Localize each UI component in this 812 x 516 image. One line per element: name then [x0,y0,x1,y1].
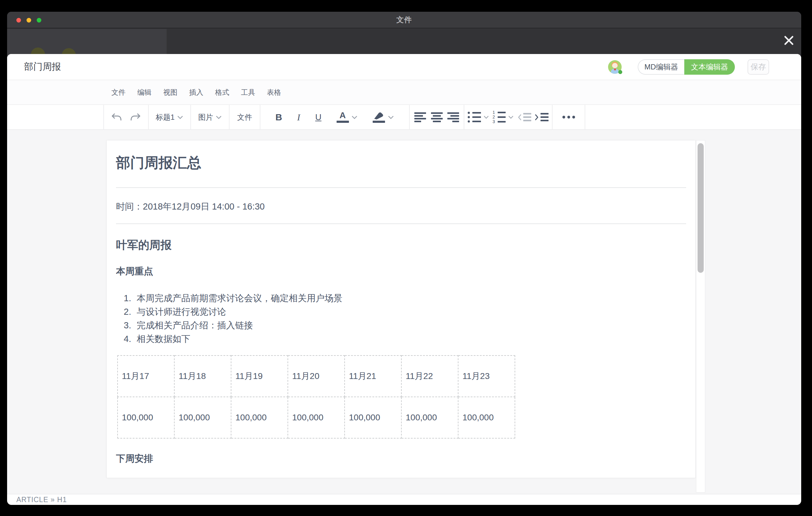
underline-button[interactable]: U [315,105,321,129]
insert-image-dropdown[interactable]: 图片 [198,105,222,129]
font-color-dropdown[interactable]: A [337,105,357,129]
align-right-button[interactable] [447,105,459,129]
table-cell[interactable]: 11月18 [174,355,231,397]
ellipsis-icon [562,116,575,118]
list-item[interactable]: 2. 与设计师进行视觉讨论 [124,305,686,318]
zoom-window-button[interactable] [37,18,41,23]
online-status-dot [618,70,622,74]
text-editor-button[interactable]: 文本编辑器 [684,59,735,75]
save-button[interactable]: 保存 [748,59,769,75]
table-cell[interactable]: 100,000 [231,397,288,438]
table-cell[interactable]: 100,000 [458,397,515,438]
document-title: 部门周报 [24,60,608,73]
document-header: 部门周报 MD编辑器 文本编辑器 保存 [7,54,801,80]
menu-insert[interactable]: 插入 [187,86,205,99]
close-window-button[interactable] [16,18,21,23]
list-item[interactable]: 3. 完成相关产品介绍：插入链接 [124,318,686,332]
chevron-down-icon [508,115,514,119]
table-cell[interactable]: 100,000 [288,397,345,438]
status-bar: ARTICLE » H1 [7,494,801,505]
doc-heading-3[interactable]: 本周重点 [116,265,686,277]
table-row: 100,000 100,000 100,000 100,000 100,000 … [118,397,515,438]
menu-tools[interactable]: 工具 [239,86,257,99]
doc-time-line[interactable]: 时间：2018年12月09日 14:00 - 16:30 [116,200,686,212]
align-center-icon [431,112,443,122]
table-cell[interactable]: 11月20 [288,355,345,397]
chevron-down-icon [484,115,489,119]
outdent-icon [517,113,531,121]
redo-button[interactable] [129,105,141,129]
editor-canvas: 部门周报汇总 时间：2018年12月09日 14:00 - 16:30 叶军的周… [7,130,801,494]
chevron-down-icon [177,115,183,119]
scrollbar-thumb[interactable] [698,143,704,273]
menu-file[interactable]: 文件 [110,86,127,99]
align-left-icon [414,112,426,122]
highlight-color-dropdown[interactable] [372,105,394,129]
chevron-down-icon [351,115,357,119]
close-overlay-button[interactable] [781,33,796,48]
doc-heading-3[interactable]: 下周安排 [116,453,686,464]
menu-bar: 文件 编辑 视图 插入 格式 工具 表格 [7,80,801,104]
horizontal-rule [116,187,686,188]
cursor-context-breadcrumb: ARTICLE » H1 [16,496,67,504]
undo-button[interactable] [111,105,122,129]
document-editor-modal: 部门周报 MD编辑器 文本编辑器 保存 文件 编辑 视图 [7,54,801,505]
list-item[interactable]: 4. 相关数据如下 [124,332,686,346]
ordered-list: 1. 本周完成产品前期需求讨论会议，确定相关用户场景 2. 与设计师进行视觉讨论… [116,291,686,346]
undo-icon [111,113,122,122]
close-x-icon [782,33,796,48]
table-cell[interactable]: 100,000 [345,397,401,438]
align-left-button[interactable] [414,105,426,129]
menu-view[interactable]: 视图 [161,86,179,99]
table-row: 11月17 11月18 11月19 11月20 11月21 11月22 11月2… [118,355,515,397]
minimize-window-button[interactable] [27,18,31,23]
data-table: 11月17 11月18 11月19 11月20 11月21 11月22 11月2… [117,355,515,438]
bullet-list-dropdown[interactable] [468,105,489,129]
heading-style-dropdown[interactable]: 标题1 [156,105,183,129]
indent-icon [535,113,549,121]
highlighter-icon [372,111,385,119]
align-right-icon [447,112,459,122]
screen: 文件 部门周报 MD编辑器 [0,0,812,516]
window-title: 文件 [397,15,412,25]
traffic-lights [16,18,41,23]
doc-heading-1[interactable]: 部门周报汇总 [116,154,686,171]
window-titlebar: 文件 [7,12,801,28]
chevron-down-icon [388,115,394,119]
table-cell[interactable]: 11月23 [458,355,515,397]
format-toolbar: 标题1 图片 [7,104,801,130]
italic-button[interactable]: I [297,105,300,129]
table-cell[interactable]: 11月21 [345,355,401,397]
md-editor-button[interactable]: MD编辑器 [638,59,684,75]
numbered-list-dropdown[interactable]: 1 2 3 [492,105,514,129]
bold-button[interactable]: B [276,105,282,129]
menu-edit[interactable]: 编辑 [136,86,153,99]
doc-heading-2[interactable]: 叶军的周报 [116,238,686,252]
outdent-button[interactable] [517,105,531,129]
indent-button[interactable] [535,105,549,129]
table-cell[interactable]: 100,000 [118,397,174,438]
redo-icon [129,113,141,122]
font-color-swatch [337,121,349,123]
app-window: 文件 部门周报 MD编辑器 [7,12,801,505]
scrollbar-track[interactable] [696,140,705,492]
menu-table[interactable]: 表格 [265,86,283,99]
more-tools-button[interactable] [562,105,575,129]
editor-mode-toggle: MD编辑器 文本编辑器 [638,59,735,75]
table-cell[interactable]: 11月19 [231,355,288,397]
insert-file-button[interactable]: 文件 [237,105,252,129]
numbered-list-icon: 1 2 3 [492,111,506,123]
table-cell[interactable]: 100,000 [174,397,231,438]
user-avatar[interactable] [608,60,622,74]
table-cell[interactable]: 11月22 [401,355,458,397]
horizontal-rule [116,224,686,224]
highlight-color-swatch [373,121,385,123]
document-page[interactable]: 部门周报汇总 时间：2018年12月09日 14:00 - 16:30 叶军的周… [107,140,696,478]
align-center-button[interactable] [431,105,443,129]
list-item[interactable]: 1. 本周完成产品前期需求讨论会议，确定相关用户场景 [124,291,686,305]
dimmed-background-app [7,29,801,54]
menu-format[interactable]: 格式 [213,86,231,99]
table-cell[interactable]: 11月17 [118,355,174,397]
bullet-list-icon [468,112,481,122]
table-cell[interactable]: 100,000 [401,397,458,438]
